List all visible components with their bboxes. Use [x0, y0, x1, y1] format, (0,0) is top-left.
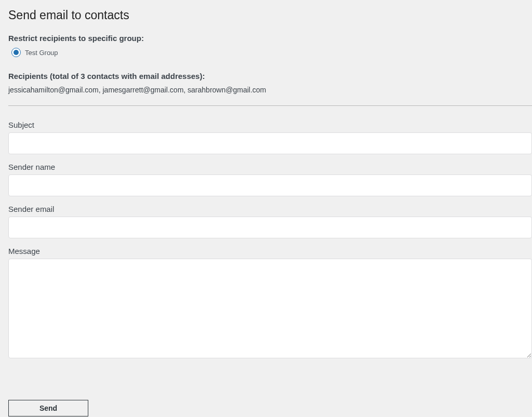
sender-email-label: Sender email — [8, 205, 532, 213]
message-input[interactable] — [8, 259, 532, 358]
page-title: Send email to contacts — [8, 8, 532, 22]
restrict-recipients-label: Restrict recipients to specific group: — [8, 34, 532, 43]
subject-label: Subject — [8, 120, 532, 129]
sender-email-input[interactable] — [8, 217, 532, 238]
recipients-label: Recipients (total of 3 contacts with ema… — [8, 72, 532, 80]
subject-input[interactable] — [8, 132, 532, 154]
group-option-label: Test Group — [25, 49, 58, 57]
group-option-row[interactable]: Test Group — [11, 48, 532, 57]
radio-inner-icon — [14, 50, 19, 55]
send-button[interactable]: Send — [8, 400, 88, 416]
message-label: Message — [8, 247, 532, 255]
recipients-list: jessicahamilton@gmail.com, jamesgarrett@… — [8, 86, 532, 94]
radio-icon[interactable] — [11, 48, 21, 57]
sender-name-label: Sender name — [8, 163, 532, 171]
sender-name-input[interactable] — [8, 174, 532, 196]
divider — [8, 105, 532, 106]
